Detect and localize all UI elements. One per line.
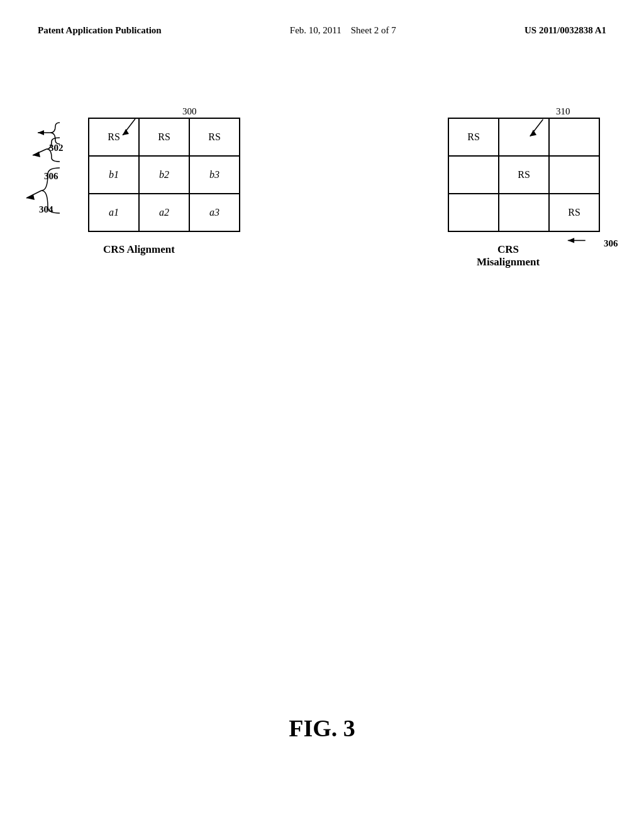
cell-rs-2: RS <box>139 118 189 156</box>
header-date-sheet: Feb. 10, 2011 Sheet 2 of 7 <box>290 25 396 36</box>
label-304: 304 <box>39 204 53 215</box>
right-diagram-caption: CRS Misalignment <box>477 243 540 268</box>
cell-b3: b3 <box>189 156 240 194</box>
svg-marker-7 <box>26 194 35 200</box>
svg-marker-11 <box>568 238 574 243</box>
left-diagram-caption: CRS Alignment <box>103 243 175 256</box>
cell-empty-4 <box>549 156 599 194</box>
svg-marker-5 <box>33 152 40 157</box>
page-header: Patent Application Publication Feb. 10, … <box>0 0 644 36</box>
cell-rs-diag-3: RS <box>549 194 599 231</box>
cell-rs-diag-1: RS <box>448 118 499 156</box>
right-grid-container: RS RS RS <box>448 118 600 232</box>
right-diagram: 310 306 RS RS RS CRS Misalignment <box>416 111 600 268</box>
left-grid: RS RS RS b1 b2 b3 a1 a2 a3 <box>88 118 240 232</box>
cell-a3: a3 <box>189 194 240 231</box>
label-300: 300 <box>182 106 197 117</box>
cell-empty-2 <box>549 118 599 156</box>
svg-line-4 <box>33 149 47 155</box>
left-diagram: 300 302 306 304 RS RS RS b1 b2 b3 a1 a2 … <box>38 111 240 256</box>
right-caption-line2: Misalignment <box>477 256 540 268</box>
cell-rs-1: RS <box>89 118 139 156</box>
svg-marker-3 <box>38 130 44 135</box>
header-sheet: Sheet 2 of 7 <box>351 25 396 35</box>
figure-label: FIG. 3 <box>0 714 644 742</box>
cell-b2: b2 <box>139 156 189 194</box>
header-publication: Patent Application Publication <box>38 25 162 36</box>
label-302: 302 <box>49 143 64 153</box>
label-306-left: 306 <box>44 171 58 182</box>
cell-a2: a2 <box>139 194 189 231</box>
cell-empty-5 <box>448 194 499 231</box>
cell-empty-1 <box>499 118 549 156</box>
left-grid-container: RS RS RS b1 b2 b3 a1 a2 a3 <box>88 118 240 232</box>
label-310: 310 <box>556 106 570 117</box>
label-306-right: 306 <box>604 238 618 249</box>
right-grid: RS RS RS <box>448 118 600 232</box>
right-caption-line1: CRS <box>497 243 519 255</box>
header-patent-number: US 2011/0032838 A1 <box>525 25 606 36</box>
cell-empty-3 <box>448 156 499 194</box>
cell-a1: a1 <box>89 194 139 231</box>
svg-line-6 <box>26 191 42 198</box>
cell-empty-6 <box>499 194 549 231</box>
diagram-area: 300 302 306 304 RS RS RS b1 b2 b3 a1 a2 … <box>0 36 644 268</box>
cell-rs-3: RS <box>189 118 240 156</box>
cell-b1: b1 <box>89 156 139 194</box>
header-date: Feb. 10, 2011 <box>290 25 341 35</box>
cell-rs-diag-2: RS <box>499 156 549 194</box>
